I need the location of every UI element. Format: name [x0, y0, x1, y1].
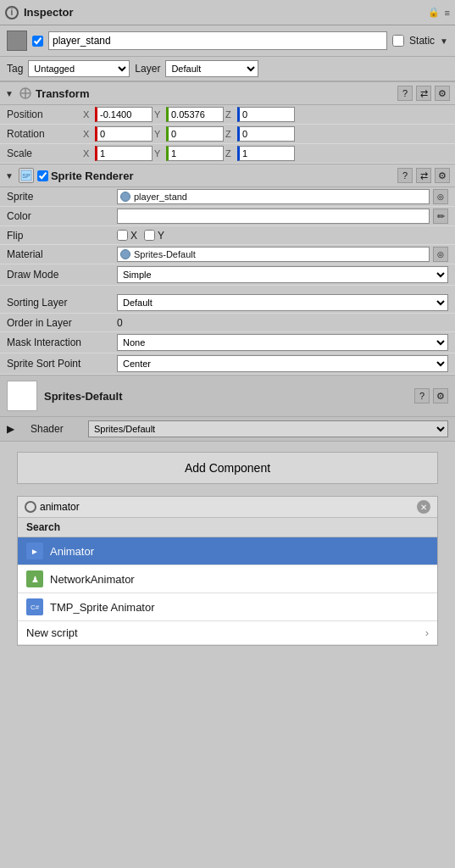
sprite-select-btn[interactable]: ◎: [433, 189, 448, 204]
search-clear-btn[interactable]: ✕: [417, 500, 430, 514]
flip-y-label: Y: [158, 230, 164, 242]
material-swatch[interactable]: [7, 381, 37, 411]
sprite-sort-point-row: Sprite Sort Point Center: [0, 353, 455, 375]
network-animator-icon: ♟: [26, 570, 43, 587]
sprite-renderer-gear-btn[interactable]: ⚙: [435, 168, 450, 183]
add-component-section: Add Component ✕ Search ► Animator ♟ Netw…: [0, 442, 455, 656]
layer-label: Layer: [135, 63, 160, 75]
material-row: Material Sprites-Default ◎: [0, 245, 455, 264]
new-script-label: New script: [26, 626, 78, 639]
static-dropdown-arrow[interactable]: ▼: [440, 36, 448, 46]
mask-interaction-label: Mask Interaction: [7, 337, 117, 348]
color-row: Color ✏: [0, 207, 455, 226]
draw-mode-fields: Simple: [117, 266, 448, 283]
position-z-input[interactable]: [237, 107, 295, 122]
add-component-button[interactable]: Add Component: [17, 452, 438, 484]
sprite-renderer-component-icon: SP: [19, 168, 34, 183]
search-result-animator[interactable]: ► Animator: [18, 537, 437, 565]
shader-collapse-btn[interactable]: ▶: [7, 423, 24, 435]
search-icon: [25, 501, 36, 513]
material-label: Material: [7, 248, 117, 260]
mask-interaction-select[interactable]: None: [117, 334, 448, 351]
rotation-y-input[interactable]: [166, 126, 224, 142]
position-x-input[interactable]: [95, 107, 153, 122]
flip-fields: X Y: [117, 230, 448, 242]
color-swatch[interactable]: [117, 209, 430, 224]
transform-actions: ? ⇄ ⚙: [397, 86, 450, 101]
title-bar: i Inspector 🔒 ≡: [0, 0, 455, 25]
transform-section: ▼ Transform ? ⇄ ⚙ Position X Y Z Rotatio…: [0, 81, 455, 164]
sprite-sort-point-fields: Center: [117, 355, 448, 372]
position-z-label: Z: [225, 109, 236, 120]
object-name-input[interactable]: [48, 31, 387, 50]
transform-arrows-btn[interactable]: ⇄: [416, 86, 431, 101]
color-eyedropper-btn[interactable]: ✏: [433, 209, 448, 224]
spacer: [0, 286, 455, 292]
material-help-btn[interactable]: ?: [414, 388, 430, 403]
active-checkbox[interactable]: [32, 36, 43, 47]
title-bar-controls: 🔒 ≡: [428, 7, 450, 18]
component-search-input[interactable]: [40, 501, 413, 513]
scale-y-label: Y: [154, 148, 164, 159]
sprite-sort-point-select[interactable]: Center: [117, 355, 448, 372]
flip-y-checkbox[interactable]: [144, 230, 155, 241]
tmp-sprite-animator-icon: C#: [26, 598, 43, 615]
material-value: Sprites-Default: [134, 249, 196, 259]
color-fields: ✏: [117, 209, 448, 224]
sprite-renderer-help-btn[interactable]: ?: [397, 168, 413, 183]
scale-row: Scale X Y Z: [0, 144, 455, 164]
tag-label: Tag: [7, 63, 23, 75]
sprite-object-icon: [120, 192, 130, 202]
sprite-value: player_stand: [134, 192, 187, 202]
sprite-renderer-collapse-arrow[interactable]: ▼: [5, 171, 14, 181]
tag-select[interactable]: Untagged: [28, 60, 130, 77]
search-result-network-animator[interactable]: ♟ NetworkAnimator: [18, 565, 437, 593]
sprite-label: Sprite: [7, 191, 117, 203]
position-y-input[interactable]: [166, 107, 224, 122]
scale-x-input[interactable]: [95, 146, 153, 161]
order-in-layer-value: 0: [117, 317, 123, 329]
search-result-tmp-sprite-animator[interactable]: C# TMP_Sprite Animator: [18, 593, 437, 621]
flip-x-checkbox[interactable]: [117, 230, 128, 241]
position-row: Position X Y Z: [0, 105, 455, 125]
rotation-label: Rotation: [7, 128, 83, 140]
scale-y-input[interactable]: [166, 146, 224, 161]
material-object-field[interactable]: Sprites-Default: [117, 247, 430, 262]
sprite-renderer-arrows-btn[interactable]: ⇄: [416, 168, 431, 183]
draw-mode-select[interactable]: Simple: [117, 266, 448, 283]
sprite-object-field[interactable]: player_stand: [117, 189, 430, 204]
transform-gear-btn[interactable]: ⚙: [435, 86, 450, 101]
sorting-layer-label: Sorting Layer: [7, 297, 117, 309]
material-gear-btn[interactable]: ⚙: [433, 388, 448, 403]
lock-icon[interactable]: 🔒: [428, 7, 440, 18]
tag-layer-row: Tag Untagged Layer Default: [0, 57, 455, 81]
sprite-renderer-title: Sprite Renderer: [51, 170, 134, 182]
shader-select[interactable]: Sprites/Default: [88, 420, 448, 437]
menu-icon[interactable]: ≡: [445, 8, 450, 18]
sorting-layer-fields: Default: [117, 294, 448, 311]
window-title: Inspector: [24, 6, 74, 19]
flip-y-item: Y: [144, 230, 164, 242]
position-x-label: X: [83, 109, 93, 120]
material-select-btn[interactable]: ◎: [433, 247, 448, 262]
rotation-x-input[interactable]: [95, 126, 153, 142]
layer-select[interactable]: Default: [165, 60, 258, 77]
scale-z-input[interactable]: [237, 146, 295, 161]
transform-collapse-arrow[interactable]: ▼: [5, 89, 14, 98]
position-y-label: Y: [154, 109, 164, 120]
rotation-z-input[interactable]: [237, 126, 295, 142]
order-in-layer-fields: 0: [117, 317, 448, 329]
color-label: Color: [7, 210, 117, 222]
mask-interaction-fields: None: [117, 334, 448, 351]
materials-section: Sprites-Default ? ⚙ ▶ Shader Sprites/Def…: [0, 376, 455, 442]
rotation-y-label: Y: [154, 129, 164, 139]
mask-interaction-row: Mask Interaction None: [0, 332, 455, 353]
sorting-layer-select[interactable]: Default: [117, 294, 448, 311]
static-checkbox[interactable]: [392, 35, 404, 47]
transform-help-btn[interactable]: ?: [397, 86, 413, 101]
search-results-box: ✕ Search ► Animator ♟ NetworkAnimator C#…: [17, 496, 438, 646]
search-result-new-script[interactable]: New script ›: [18, 621, 437, 645]
order-in-layer-row: Order in Layer 0: [0, 314, 455, 332]
sprite-renderer-actions: ? ⇄ ⚙: [397, 168, 450, 183]
sprite-renderer-enable-checkbox[interactable]: [37, 170, 48, 181]
